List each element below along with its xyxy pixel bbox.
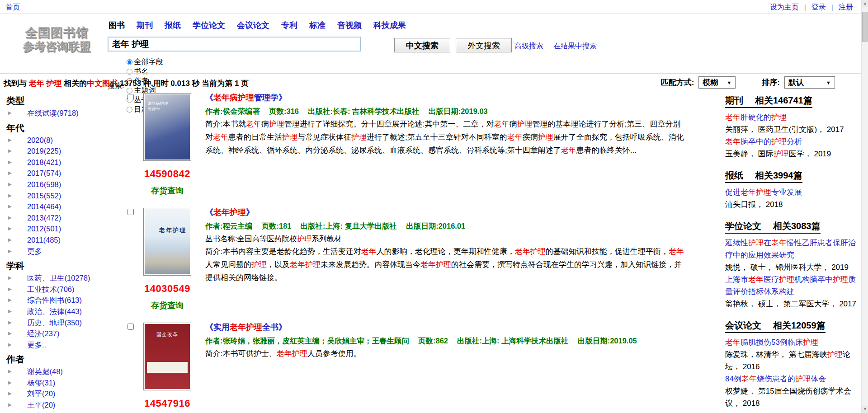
facet-item-link[interactable]: 更多.. — [27, 341, 46, 349]
stock-query-link[interactable]: 存货查询 — [151, 185, 184, 196]
facet-item-link[interactable]: 2011(485) — [27, 236, 61, 244]
related-item-link[interactable]: 上海市老年医疗护理机构脑卒中护理质量评价指标体系构建 — [725, 273, 862, 298]
book-title-link[interactable]: 《实用老年护理全书》 — [205, 323, 287, 332]
stock-query-link[interactable]: 存货查询 — [151, 300, 184, 311]
scrollbar[interactable]: ▲ ▼ — [861, 0, 868, 413]
facet-group-2: 学科 ▶ 医药、卫生(10278) ▶ 工业技术(706) ▶ 综合性图书(61… — [0, 259, 121, 350]
match-mode-select[interactable]: 模糊 ▼ — [698, 76, 736, 89]
facet-item-link[interactable]: 2013(472) — [27, 214, 61, 222]
expand-triangle-icon: ▶ — [8, 135, 12, 146]
facet-item[interactable]: ▶ 历史、地理(350) — [0, 317, 121, 329]
nav-tab-2[interactable]: 报纸 — [165, 20, 181, 31]
foreign-search-button[interactable]: 外文搜索 — [456, 38, 512, 52]
scroll-up-icon[interactable]: ▲ — [862, 0, 868, 7]
facet-item-link[interactable]: 2016(598) — [27, 180, 61, 188]
facet-item-link[interactable]: 综合性图书(613) — [27, 296, 82, 304]
facet-item-link[interactable]: 更多 — [27, 247, 42, 255]
facet-item[interactable]: ▶ 2011(485) — [0, 235, 121, 246]
register-link[interactable]: 注册 — [839, 3, 853, 12]
facet-item[interactable]: ▶ 2014(464) — [0, 201, 121, 212]
facet-item-link[interactable]: 2018(421) — [27, 158, 61, 166]
book-title-link[interactable]: 《老年护理》 — [205, 208, 254, 217]
facet-item-link[interactable]: 谢英彪(48) — [27, 367, 63, 375]
facet-item[interactable]: ▶ 更多.. — [0, 339, 121, 351]
related-item-link[interactable]: 促进老年护理专业发展 — [725, 186, 862, 198]
nav-tab-4[interactable]: 会议论文 — [237, 20, 269, 31]
scroll-thumb[interactable] — [862, 12, 868, 42]
facet-item-link[interactable]: 2012(501) — [27, 225, 61, 233]
facet-item[interactable]: ▶ 王平(20) — [0, 399, 121, 411]
facet-item-link[interactable]: 工业技术(706) — [27, 285, 75, 293]
nav-tab-5[interactable]: 专利 — [281, 20, 297, 31]
chevron-down-icon: ▼ — [726, 80, 731, 85]
nav-tab-8[interactable]: 科技成果 — [373, 20, 406, 31]
related-item-link[interactable]: 84例老年烧伤患者的护理体会 — [725, 373, 862, 385]
facet-item-link[interactable]: 2020(8) — [27, 136, 53, 144]
login-link[interactable]: 登录 — [811, 3, 826, 12]
nav-tab-1[interactable]: 期刊 — [137, 20, 153, 31]
facet-item-link[interactable]: 在线试读(9718) — [27, 109, 79, 117]
select-book-checkbox[interactable] — [127, 209, 134, 215]
related-item-link[interactable]: 老年肝硬化的护理 — [725, 111, 862, 123]
sort-select[interactable]: 默认 ▼ — [784, 76, 835, 89]
chinese-search-button[interactable]: 中文搜索 — [394, 38, 450, 52]
advanced-search-link[interactable]: 高级搜索 — [514, 42, 543, 51]
facet-item[interactable]: ▶ 工业技术(706) — [0, 284, 121, 295]
facet-item[interactable]: ▶ 谢英彪(48) — [0, 366, 121, 377]
nav-tab-7[interactable]: 音视频 — [337, 20, 362, 31]
facet-item-link[interactable]: 2017(574) — [27, 169, 61, 177]
book-cover[interactable]: 国企改革 — [143, 323, 191, 390]
facet-item[interactable]: ▶ 在线试读(9718) — [0, 108, 121, 119]
facet-item[interactable]: ▶ 范晓清(19) — [0, 411, 121, 413]
facet-item-link[interactable]: 刘平(20) — [27, 390, 55, 398]
set-homepage-link[interactable]: 设为主页 — [770, 3, 799, 12]
expand-triangle-icon: ▶ — [8, 108, 12, 119]
facet-item[interactable]: ▶ 政治、法律(443) — [0, 306, 121, 317]
book-cover[interactable]: 老年病护理管理学 — [143, 93, 191, 161]
related-item-link[interactable]: 延续性护理在老年慢性乙肝患者保肝治疗中的应用效果研究 — [725, 237, 862, 261]
book-cover-text: 国企改革 — [145, 331, 190, 338]
facet-item-link[interactable]: 医药、卫生(10278) — [27, 274, 90, 282]
facet-item[interactable]: ▶ 更多 — [0, 246, 121, 257]
facet-item[interactable]: ▶ 2013(472) — [0, 212, 121, 224]
related-item-link[interactable]: 老年脑卒中的护理分析 — [725, 136, 862, 148]
facet-item[interactable]: ▶ 医药、卫生(10278) — [0, 272, 121, 284]
facet-item[interactable]: ▶ 经济(237) — [0, 328, 121, 339]
facet-item-link[interactable]: 2019(225) — [27, 147, 61, 155]
facet-item-link[interactable]: 2015(552) — [27, 192, 61, 200]
search-input[interactable] — [108, 37, 361, 52]
facet-item[interactable]: ▶ 2017(574) — [0, 168, 121, 179]
nav-tab-6[interactable]: 标准 — [309, 20, 326, 31]
related-section-name: 报纸 — [725, 170, 743, 180]
nav-tab-3[interactable]: 学位论文 — [193, 20, 225, 31]
home-link[interactable]: 首页 — [5, 3, 20, 12]
facet-item[interactable]: ▶ 刘平(20) — [0, 388, 121, 399]
nav-tab-0[interactable]: 图书 — [108, 20, 125, 31]
facet-item-link[interactable]: 历史、地理(350) — [27, 319, 82, 327]
search-in-results-link[interactable]: 在结果中搜索 — [553, 42, 597, 51]
related-item-link[interactable]: 老年膈肌损伤53例临床护理 — [725, 336, 862, 348]
select-book-checkbox[interactable] — [127, 324, 134, 330]
facet-item[interactable]: ▶ 2020(8) — [0, 135, 121, 146]
expand-triangle-icon: ▶ — [8, 306, 12, 317]
scroll-down-icon[interactable]: ▼ — [862, 406, 868, 413]
book-meta-label: 出版日期: — [429, 107, 461, 115]
facet-item[interactable]: ▶ 2019(225) — [0, 145, 121, 157]
facet-item-link[interactable]: 2014(464) — [27, 202, 61, 211]
facet-item[interactable]: ▶ 2016(598) — [0, 179, 121, 190]
book-meta-label: 作者: — [205, 222, 223, 230]
book-title-link[interactable]: 《老年病护理管理学》 — [205, 93, 287, 102]
facet-item[interactable]: ▶ 2018(421) — [0, 157, 121, 168]
facet-item[interactable]: ▶ 综合性图书(613) — [0, 295, 121, 306]
book-cover-text-line: 管理学 — [148, 107, 168, 113]
facet-item-link[interactable]: 政治、法律(443) — [27, 307, 82, 315]
facet-item-link[interactable]: 杨玺(31) — [27, 379, 55, 387]
facet-item[interactable]: ▶ 2015(552) — [0, 190, 121, 202]
scope-radio[interactable] — [127, 59, 132, 65]
book-cover[interactable]: 老年护理 — [143, 208, 191, 276]
select-book-checkbox[interactable] — [127, 94, 134, 100]
facet-item[interactable]: ▶ 杨玺(31) — [0, 377, 121, 389]
facet-item[interactable]: ▶ 2012(501) — [0, 223, 121, 235]
facet-item-link[interactable]: 王平(20) — [27, 401, 55, 409]
facet-item-link[interactable]: 经济(237) — [27, 329, 60, 338]
